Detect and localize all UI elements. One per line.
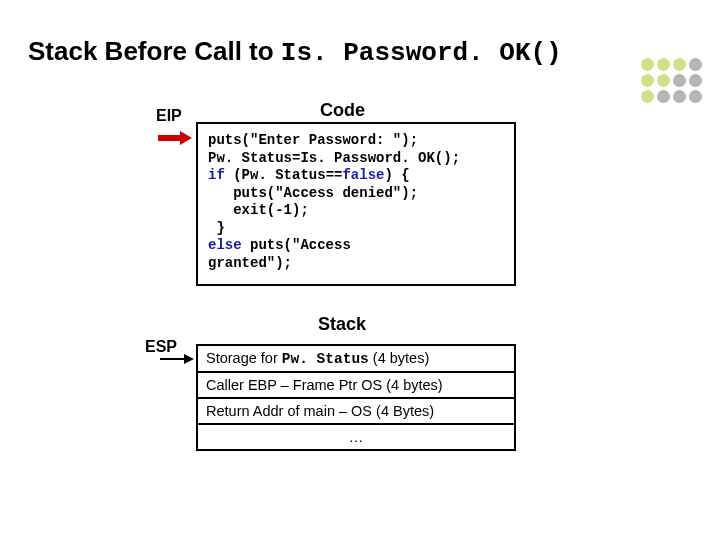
dot-icon [673,74,686,87]
stack-row-text: … [349,429,364,445]
code-line-3b: (Pw. Status== [225,167,343,183]
slide-title: Stack Before Call to Is. Password. OK() [28,36,562,68]
dot-icon [657,74,670,87]
stack-row: Storage for Pw. Status (4 bytes) [198,346,514,373]
code-line-5: exit(-1); [208,202,309,218]
stack-table: Storage for Pw. Status (4 bytes) Caller … [196,344,516,451]
stack-row-text: Caller EBP – Frame Ptr OS (4 bytes) [206,377,443,393]
stack-row-mono: Pw. Status [282,351,369,367]
dot-icon [689,74,702,87]
stack-heading: Stack [318,314,366,335]
dot-icon [673,58,686,71]
keyword-false: false [342,167,384,183]
dot-icon [657,58,670,71]
eip-arrow-icon [158,131,192,145]
stack-row-suffix: (4 bytes) [369,350,429,366]
dot-icon [657,90,670,103]
code-box: puts("Enter Password: "); Pw. Status=Is.… [196,122,516,286]
dot-icon [641,90,654,103]
stack-row: … [198,425,514,449]
code-heading: Code [320,100,365,121]
code-line-7b: puts("Access [242,237,351,253]
dot-icon [673,90,686,103]
code-line-1: puts("Enter Password: "); [208,132,418,148]
code-line-3d: ) { [384,167,409,183]
keyword-if: if [208,167,225,183]
dot-icon [689,90,702,103]
keyword-else: else [208,237,242,253]
esp-arrow-icon [160,354,194,364]
dot-icon [641,58,654,71]
dot-icon [641,74,654,87]
stack-row: Caller EBP – Frame Ptr OS (4 bytes) [198,373,514,399]
code-line-6: } [208,220,225,236]
decorative-dots [641,58,702,103]
stack-row: Return Addr of main – OS (4 Bytes) [198,399,514,425]
dot-icon [689,58,702,71]
title-prefix: Stack Before Call to [28,36,281,66]
code-line-2: Pw. Status=Is. Password. OK(); [208,150,460,166]
eip-label: EIP [156,107,182,125]
title-mono: Is. Password. OK() [281,38,562,68]
code-line-8: granted"); [208,255,292,271]
code-line-4: puts("Access denied"); [208,185,418,201]
stack-row-prefix: Storage for [206,350,282,366]
stack-row-text: Return Addr of main – OS (4 Bytes) [206,403,434,419]
